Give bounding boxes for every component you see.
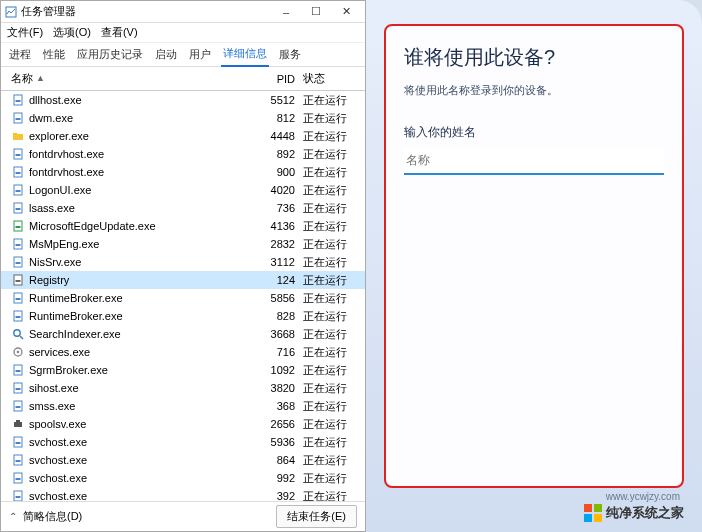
svg-rect-16: [16, 244, 21, 246]
process-status: 正在运行: [303, 237, 359, 252]
maximize-button[interactable]: ☐: [301, 2, 331, 22]
svg-rect-4: [16, 118, 21, 120]
brief-label[interactable]: 简略信息(D): [23, 509, 276, 524]
process-row[interactable]: SearchIndexer.exe3668正在运行: [1, 325, 365, 343]
svg-rect-24: [16, 316, 21, 318]
process-name: explorer.exe: [29, 130, 255, 142]
process-status: 正在运行: [303, 471, 359, 486]
process-row[interactable]: NisSrv.exe3112正在运行: [1, 253, 365, 271]
process-icon: [11, 309, 25, 323]
oobe-input-label: 输入你的姓名: [404, 124, 664, 141]
process-pid: 828: [255, 310, 303, 322]
process-name: services.exe: [29, 346, 255, 358]
process-status: 正在运行: [303, 417, 359, 432]
process-name: fontdrvhost.exe: [29, 166, 255, 178]
svg-rect-8: [16, 172, 21, 174]
process-row[interactable]: svchost.exe392正在运行: [1, 487, 365, 501]
minimize-button[interactable]: –: [271, 2, 301, 22]
process-name: Registry: [29, 274, 255, 286]
titlebar[interactable]: 任务管理器 – ☐ ✕: [1, 1, 365, 23]
svg-rect-20: [16, 280, 21, 282]
process-row[interactable]: MsMpEng.exe2832正在运行: [1, 235, 365, 253]
process-status: 正在运行: [303, 309, 359, 324]
process-pid: 5856: [255, 292, 303, 304]
process-row[interactable]: services.exe716正在运行: [1, 343, 365, 361]
process-pid: 392: [255, 490, 303, 501]
process-pid: 892: [255, 148, 303, 160]
process-icon: [11, 363, 25, 377]
svg-rect-40: [16, 460, 21, 462]
process-icon: [11, 111, 25, 125]
tab-0[interactable]: 进程: [7, 43, 33, 66]
process-row[interactable]: svchost.exe5936正在运行: [1, 433, 365, 451]
tab-3[interactable]: 启动: [153, 43, 179, 66]
process-pid: 900: [255, 166, 303, 178]
process-icon: [11, 453, 25, 467]
menu-view[interactable]: 查看(V): [101, 25, 138, 40]
process-pid: 4136: [255, 220, 303, 232]
process-row[interactable]: fontdrvhost.exe892正在运行: [1, 145, 365, 163]
svg-rect-44: [16, 496, 21, 498]
menu-options[interactable]: 选项(O): [53, 25, 91, 40]
process-row[interactable]: lsass.exe736正在运行: [1, 199, 365, 217]
process-row[interactable]: Registry124正在运行: [1, 271, 365, 289]
process-row[interactable]: svchost.exe992正在运行: [1, 469, 365, 487]
process-row[interactable]: MicrosoftEdgeUpdate.exe4136正在运行: [1, 217, 365, 235]
svg-rect-42: [16, 478, 21, 480]
process-name: sihost.exe: [29, 382, 255, 394]
process-row[interactable]: smss.exe368正在运行: [1, 397, 365, 415]
tab-2[interactable]: 应用历史记录: [75, 43, 145, 66]
process-icon: [11, 219, 25, 233]
process-status: 正在运行: [303, 363, 359, 378]
process-pid: 4448: [255, 130, 303, 142]
process-icon: [11, 255, 25, 269]
process-row[interactable]: dwm.exe812正在运行: [1, 109, 365, 127]
process-row[interactable]: sihost.exe3820正在运行: [1, 379, 365, 397]
process-row[interactable]: svchost.exe864正在运行: [1, 451, 365, 469]
process-icon: [11, 129, 25, 143]
col-status[interactable]: 状态: [303, 71, 359, 86]
process-icon: [11, 291, 25, 305]
close-button[interactable]: ✕: [331, 2, 361, 22]
column-headers[interactable]: 名称 ▲ PID 状态: [1, 67, 365, 91]
process-row[interactable]: RuntimeBroker.exe828正在运行: [1, 307, 365, 325]
process-row[interactable]: fontdrvhost.exe900正在运行: [1, 163, 365, 181]
process-row[interactable]: RuntimeBroker.exe5856正在运行: [1, 289, 365, 307]
taskmgr-icon: [5, 6, 17, 18]
end-task-button[interactable]: 结束任务(E): [276, 505, 357, 528]
menu-file[interactable]: 文件(F): [7, 25, 43, 40]
process-icon: [11, 327, 25, 341]
process-row[interactable]: explorer.exe4448正在运行: [1, 127, 365, 145]
name-input[interactable]: [404, 147, 664, 175]
process-pid: 992: [255, 472, 303, 484]
process-list[interactable]: dllhost.exe5512正在运行dwm.exe812正在运行explore…: [1, 91, 365, 501]
process-name: SearchIndexer.exe: [29, 328, 255, 340]
process-icon: [11, 345, 25, 359]
watermark: 纯净系统之家: [584, 504, 684, 522]
svg-line-26: [20, 336, 23, 339]
process-status: 正在运行: [303, 165, 359, 180]
svg-rect-2: [16, 100, 21, 102]
col-name[interactable]: 名称 ▲: [11, 71, 255, 86]
menubar: 文件(F) 选项(O) 查看(V): [1, 23, 365, 43]
tab-4[interactable]: 用户: [187, 43, 213, 66]
process-row[interactable]: LogonUI.exe4020正在运行: [1, 181, 365, 199]
process-name: fontdrvhost.exe: [29, 148, 255, 160]
process-row[interactable]: spoolsv.exe2656正在运行: [1, 415, 365, 433]
tab-5[interactable]: 详细信息: [221, 42, 269, 67]
tab-6[interactable]: 服务: [277, 43, 303, 66]
process-pid: 864: [255, 454, 303, 466]
process-row[interactable]: dllhost.exe5512正在运行: [1, 91, 365, 109]
process-row[interactable]: SgrmBroker.exe1092正在运行: [1, 361, 365, 379]
process-pid: 124: [255, 274, 303, 286]
process-status: 正在运行: [303, 327, 359, 342]
process-status: 正在运行: [303, 183, 359, 198]
process-name: svchost.exe: [29, 454, 255, 466]
process-pid: 3668: [255, 328, 303, 340]
oobe-title: 谁将使用此设备?: [404, 44, 664, 71]
expand-icon[interactable]: ⌃: [9, 511, 17, 522]
col-pid[interactable]: PID: [255, 73, 303, 85]
tab-1[interactable]: 性能: [41, 43, 67, 66]
process-icon: [11, 471, 25, 485]
process-icon: [11, 417, 25, 431]
